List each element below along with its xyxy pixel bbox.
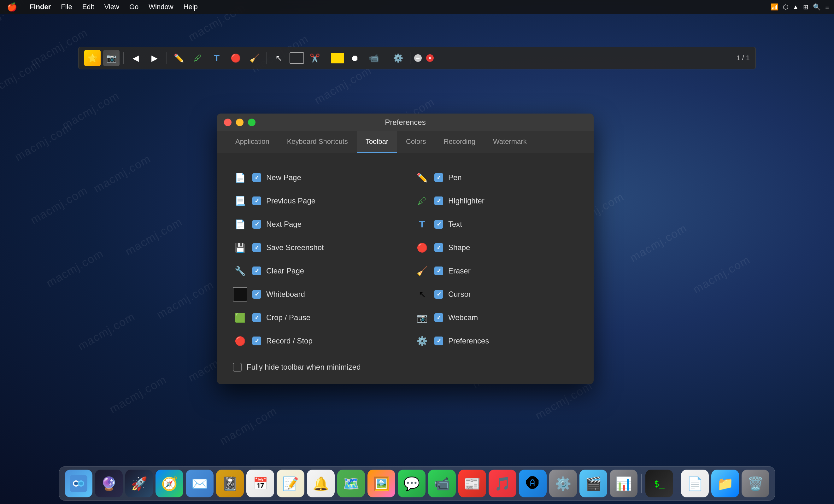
new-page-check[interactable] xyxy=(253,173,261,182)
webcam-check[interactable] xyxy=(434,313,443,322)
edit-menu[interactable]: Edit xyxy=(81,2,96,12)
dock-finder[interactable] xyxy=(65,469,92,497)
checkbox-cursor[interactable]: ↖ Cursor xyxy=(415,283,578,306)
toolbar-record-btn[interactable]: ⏺ xyxy=(347,50,363,66)
toolbar-prev-btn[interactable]: ◀ xyxy=(127,50,144,66)
window-minimize-btn[interactable] xyxy=(236,118,243,126)
control-center-icon[interactable]: ≡ xyxy=(825,3,829,11)
dock-photos[interactable]: 🖼️ xyxy=(368,469,395,497)
view-menu[interactable]: View xyxy=(103,2,121,12)
crop-pause-check[interactable] xyxy=(253,313,261,322)
dock-toolbox[interactable]: 📊 xyxy=(610,469,637,497)
checkbox-eraser[interactable]: 🧹 Eraser xyxy=(415,259,578,283)
toolbar-text-btn[interactable]: T xyxy=(208,50,225,66)
bluetooth-icon[interactable]: ⬡ xyxy=(783,3,788,11)
dock-siri[interactable]: 🔮 xyxy=(95,469,123,497)
checkbox-text[interactable]: T Text xyxy=(415,213,578,236)
toolbar-pencil-btn[interactable]: ✏️ xyxy=(171,50,187,66)
dock-syspref[interactable]: ⚙️ xyxy=(549,469,577,497)
dock-calendar[interactable]: 📅 xyxy=(246,469,274,497)
help-menu[interactable]: Help xyxy=(182,2,200,12)
dock-mail[interactable]: ✉️ xyxy=(186,469,214,497)
window-menu[interactable]: Window xyxy=(147,2,175,12)
apple-menu[interactable]: 🍎 xyxy=(5,1,19,13)
toolbar-star-btn[interactable]: ⭐ xyxy=(84,50,101,66)
dock-appstore[interactable]: 🅐 xyxy=(519,469,547,497)
clear-page-check[interactable] xyxy=(253,266,261,275)
checkbox-whiteboard[interactable]: Whiteboard xyxy=(233,283,396,306)
checkbox-shape[interactable]: 🔴 Shape xyxy=(415,236,578,259)
checkbox-previous-page[interactable]: 📃 Previous Page xyxy=(233,189,396,213)
tab-colors[interactable]: Colors xyxy=(397,131,435,153)
record-stop-check[interactable] xyxy=(253,336,261,345)
toolbar-gear-btn[interactable]: ⚙️ xyxy=(390,50,406,66)
left-column: 📄 New Page 📃 Previous Page 📄 Next Page 💾 xyxy=(233,166,396,353)
dock-reminders[interactable]: 🔔 xyxy=(307,469,335,497)
preferences-label: Preferences xyxy=(448,336,489,345)
eraser-check[interactable] xyxy=(434,266,443,275)
checkbox-webcam[interactable]: 📷 Webcam xyxy=(415,306,578,329)
dock-notes[interactable]: 📝 xyxy=(277,469,304,497)
tab-application[interactable]: Application xyxy=(226,131,278,153)
checkbox-highlighter[interactable]: 🖊 Highlighter xyxy=(415,189,578,213)
dock-news[interactable]: 📰 xyxy=(458,469,486,497)
toolbar-webcam-btn[interactable]: 📹 xyxy=(366,50,382,66)
toolbar-eraser-btn[interactable]: 🧹 xyxy=(246,50,263,66)
dock-terminal[interactable]: $_ xyxy=(645,469,673,497)
toolbar-minimize-btn[interactable]: – xyxy=(414,54,422,62)
checkbox-record-stop[interactable]: 🔴 Record / Stop xyxy=(233,329,396,353)
next-page-check[interactable] xyxy=(253,220,261,229)
toolbar-cursor-btn[interactable]: ↖ xyxy=(271,50,287,66)
pen-check[interactable] xyxy=(434,173,443,182)
tab-recording[interactable]: Recording xyxy=(435,131,484,153)
fully-hide-check[interactable] xyxy=(233,363,242,372)
toolbar-scissors-btn[interactable]: ✂️ xyxy=(307,50,323,66)
checkbox-clear-page[interactable]: 🔧 Clear Page xyxy=(233,259,396,283)
toolbar-shape-btn[interactable]: 🔴 xyxy=(227,50,244,66)
dock-trash[interactable]: 🗑️ xyxy=(742,469,769,497)
window-close-btn[interactable] xyxy=(224,118,232,126)
toolbar-camera-btn[interactable]: 📷 xyxy=(103,50,119,66)
toolbar-yellow-btn[interactable] xyxy=(331,53,344,63)
text-check[interactable] xyxy=(434,220,443,229)
toolbar-marker-btn[interactable]: 🖊 xyxy=(190,50,206,66)
checkbox-new-page[interactable]: 📄 New Page xyxy=(233,166,396,189)
checkbox-crop-pause[interactable]: 🟩 Crop / Pause xyxy=(233,306,396,329)
toolbar-screen-btn[interactable] xyxy=(290,52,304,64)
tab-toolbar[interactable]: Toolbar xyxy=(357,131,397,153)
cursor-check[interactable] xyxy=(434,290,443,299)
highlighter-check[interactable] xyxy=(434,197,443,205)
dock-music[interactable]: 🎵 xyxy=(489,469,517,497)
previous-page-check[interactable] xyxy=(253,197,261,205)
dock-launchpad[interactable]: 🚀 xyxy=(125,469,153,497)
dock-maps[interactable]: 🗺️ xyxy=(337,469,365,497)
preferences-check[interactable] xyxy=(434,336,443,345)
checkbox-preferences[interactable]: ⚙️ Preferences xyxy=(415,329,578,353)
dock-imovie[interactable]: 🎬 xyxy=(579,469,607,497)
save-screenshot-label: Save Screenshot xyxy=(266,243,324,252)
checkbox-pen[interactable]: ✏️ Pen xyxy=(415,166,578,189)
tab-keyboard-shortcuts[interactable]: Keyboard Shortcuts xyxy=(278,131,357,153)
checkbox-next-page[interactable]: 📄 Next Page xyxy=(233,213,396,236)
file-menu[interactable]: File xyxy=(59,2,74,12)
wifi-icon[interactable]: 📶 xyxy=(771,3,778,11)
dock-newdoc[interactable]: 📄 xyxy=(681,469,709,497)
screen-mirroring-icon[interactable]: ⊞ xyxy=(803,3,809,11)
dock-notefile[interactable]: 📓 xyxy=(216,469,244,497)
save-screenshot-check[interactable] xyxy=(253,243,261,252)
shape-check[interactable] xyxy=(434,243,443,252)
toolbar-next-btn[interactable]: ▶ xyxy=(146,50,163,66)
go-menu[interactable]: Go xyxy=(127,2,140,12)
finder-menu[interactable]: Finder xyxy=(28,2,53,12)
toolbar-close-btn[interactable]: × xyxy=(426,54,434,62)
search-icon[interactable]: 🔍 xyxy=(813,3,821,11)
tab-watermark[interactable]: Watermark xyxy=(484,131,535,153)
airplay-icon[interactable]: ▲ xyxy=(793,3,799,11)
dock-safari[interactable]: 🧭 xyxy=(155,469,183,497)
dock-facetime[interactable]: 📹 xyxy=(428,469,456,497)
dock-messages[interactable]: 💬 xyxy=(398,469,425,497)
checkbox-save-screenshot[interactable]: 💾 Save Screenshot xyxy=(233,236,396,259)
dock-appfolder[interactable]: 📁 xyxy=(711,469,739,497)
whiteboard-check[interactable] xyxy=(253,290,261,299)
window-maximize-btn[interactable] xyxy=(248,118,256,126)
